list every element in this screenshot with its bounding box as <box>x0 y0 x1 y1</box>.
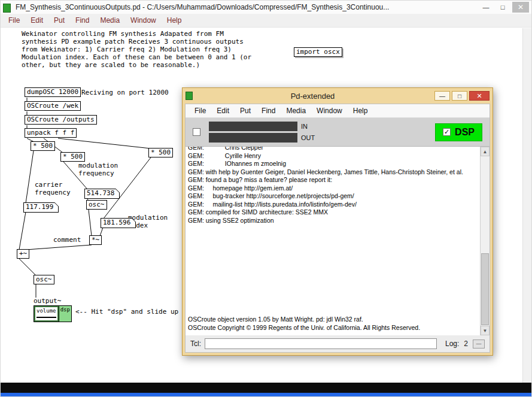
log-line: GEM: using SSE2 optimization <box>188 217 490 225</box>
main-menu-bar: File Edit Put Find Media Window Help <box>1 14 531 28</box>
out-meter-label: OUT <box>301 134 315 141</box>
log-line: GEM: homepage http://gem.iem.at/ <box>188 184 490 193</box>
console-title: Pd-extended <box>193 92 433 101</box>
log-line: GEM: mailing-list http://lists.puredata.… <box>188 201 490 209</box>
multiply-500-object-c[interactable]: * 500 <box>148 148 173 157</box>
canvas-right-scrollbar[interactable] <box>522 28 531 383</box>
volume-slider[interactable]: volume <box>34 306 59 322</box>
dsp-indicator-label: DSP <box>455 127 475 138</box>
log-line: GEM: with help by Guenter Geiger, Daniel… <box>188 168 490 177</box>
log-line: OSCroute object version 1.05 by Matt Wri… <box>188 316 420 324</box>
main-title-bar: FM_Synthesis_3ContinuousOutputs.pd - C:/… <box>1 1 531 14</box>
volume-label: volume <box>37 308 56 314</box>
osc-mod-object[interactable]: osc~ <box>86 200 107 210</box>
console-log-bottom: OSCroute object version 1.05 by Matt Wri… <box>188 316 420 332</box>
console-menu-bar: File Edit Put Find Media Window Help <box>186 104 490 118</box>
output-label: output~ <box>34 297 72 305</box>
in-meter <box>209 122 297 131</box>
console-menu-edit[interactable]: Edit <box>211 107 235 115</box>
mod-index-number-box[interactable]: 181.596 <box>101 218 136 228</box>
close-button[interactable]: ✕ <box>512 2 529 13</box>
in-meter-label: IN <box>301 123 315 130</box>
log-line: GEM: found a bug? miss a feature? please… <box>188 176 490 184</box>
console-toolbar: IN OUT ✓ DSP <box>186 118 490 146</box>
dsp-hint-comment: <-- Hit "dsp" and slide up v <box>75 308 186 316</box>
carrier-freq-value: 117.199 <box>24 203 58 212</box>
unpack-object[interactable]: unpack f f f <box>25 128 77 138</box>
modulation-frequency-comment: modulation frequency <box>78 162 118 177</box>
dumposc-object[interactable]: dumpOSC 12000 <box>25 87 81 97</box>
multiply-500-object-b[interactable]: * 500 <box>60 152 85 162</box>
volume-slider-handle[interactable] <box>37 317 56 318</box>
taskbar <box>1 383 531 393</box>
menu-put[interactable]: Put <box>48 16 70 25</box>
output-box: volume dsp <box>34 305 72 322</box>
menu-media[interactable]: Media <box>95 16 125 25</box>
console-body: File Edit Put Find Media Window Help IN … <box>185 104 490 353</box>
pd-app-icon <box>3 4 11 13</box>
mod-freq-number-box[interactable]: 514.738 <box>84 189 120 199</box>
scrollbar-thumb[interactable] <box>481 253 489 325</box>
comment-label: comment <box>53 236 81 244</box>
dsp-checkbox[interactable]: ✓ <box>443 128 451 136</box>
taskbar-accent-strip <box>1 393 531 396</box>
console-log-top: GEM: Chris Clepper GEM: Cyrille Henry GE… <box>186 146 490 225</box>
dsp-toggle[interactable]: dsp <box>59 306 71 322</box>
import-oscx-object[interactable]: import oscx <box>294 47 342 57</box>
log-line: GEM: bug-tracker http://sourceforge.net/… <box>188 192 490 201</box>
tcl-prompt-label: Tcl: <box>190 340 201 348</box>
window-title: FM_Synthesis_3ContinuousOutputs.pd - C:/… <box>16 3 389 11</box>
console-menu-file[interactable]: File <box>189 107 211 115</box>
console-menu-media[interactable]: Media <box>281 107 311 115</box>
log-level-value: 2 <box>463 340 469 348</box>
osc-carrier-object[interactable]: osc~ <box>34 275 54 284</box>
dsp-indicator: ✓ DSP <box>435 123 482 141</box>
window-controls: — □ ✕ <box>478 2 531 13</box>
audio-io-checkbox[interactable] <box>193 128 200 136</box>
console-footer: Tcl: Log: 2 — <box>186 335 490 352</box>
menu-window[interactable]: Window <box>125 16 162 25</box>
level-meters: IN OUT <box>209 122 315 143</box>
menu-file[interactable]: File <box>3 16 25 25</box>
console-log-area[interactable]: GEM: Chris Clepper GEM: Cyrille Henry GE… <box>186 146 490 335</box>
console-close-button[interactable]: ✕ <box>469 91 490 101</box>
log-level-stepper[interactable]: — <box>473 340 485 348</box>
pd-console-window: Pd-extended — □ ✕ File Edit Put Find Med… <box>182 87 493 356</box>
console-menu-put[interactable]: Put <box>235 107 256 115</box>
oscroute-wek-object[interactable]: OSCroute /wek <box>25 101 81 111</box>
add-signal-object[interactable]: +~ <box>17 249 29 259</box>
out-meter <box>209 133 297 143</box>
menu-edit[interactable]: Edit <box>25 16 48 25</box>
patch-header-comment: Wekinator controlling FM synthesis Adapa… <box>22 30 251 69</box>
log-line: OSCroute Copyright © 1999 Regents of the… <box>188 324 420 332</box>
mod-index-value: 181.596 <box>101 219 135 228</box>
scroll-up-arrow-icon[interactable]: ▲ <box>481 147 490 156</box>
menu-find[interactable]: Find <box>70 16 95 25</box>
carrier-frequency-comment: carrier frequency <box>35 181 71 196</box>
scroll-down-arrow-icon[interactable]: ▼ <box>481 326 490 335</box>
minimize-button[interactable]: — <box>478 2 494 13</box>
console-title-bar[interactable]: Pd-extended — □ ✕ <box>183 88 493 104</box>
pd-console-icon <box>186 92 193 100</box>
log-level-label: Log: <box>445 340 459 348</box>
oscroute-outputs-object[interactable]: OSCroute /outputs <box>25 115 97 125</box>
tcl-command-input[interactable] <box>205 338 437 349</box>
log-line: GEM: Cyrille Henry <box>188 152 490 160</box>
log-line: GEM: IOhannes m zmoelnig <box>188 160 490 168</box>
mod-freq-value: 514.738 <box>85 189 119 198</box>
console-maximize-button[interactable]: □ <box>452 91 467 101</box>
maximize-button[interactable]: □ <box>494 2 511 13</box>
screen: { "window": { "title": "FM_Synthesis_3Co… <box>0 0 532 397</box>
console-menu-window[interactable]: Window <box>311 107 348 115</box>
receiving-port-comment: Reciving on port 12000 <box>81 89 169 96</box>
multiply-signal-object[interactable]: *~ <box>89 235 102 245</box>
carrier-freq-number-box[interactable]: 117.199 <box>23 202 59 213</box>
console-scrollbar[interactable]: ▲ ▼ <box>480 147 490 335</box>
log-line: GEM: compiled for SIMD architecture: SSE… <box>188 208 490 217</box>
multiply-500-object-a[interactable]: * 500 <box>31 141 55 151</box>
console-minimize-button[interactable]: — <box>434 91 450 101</box>
console-menu-find[interactable]: Find <box>256 107 281 115</box>
menu-help[interactable]: Help <box>162 16 187 25</box>
log-line: GEM: Chris Clepper <box>188 146 490 152</box>
console-menu-help[interactable]: Help <box>348 107 373 115</box>
